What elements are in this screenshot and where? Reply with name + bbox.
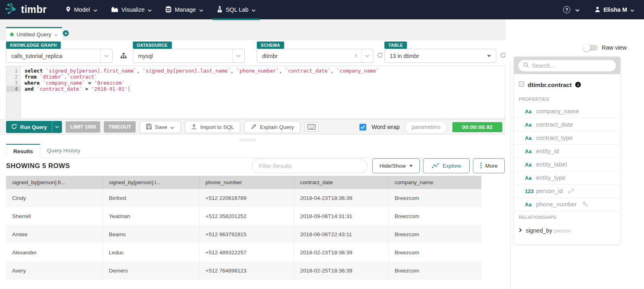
explain-query-button[interactable]: Explain Query: [244, 121, 300, 133]
timeout-button[interactable]: TIMEOUT: [104, 121, 135, 133]
nav-item-visualize[interactable]: Visualize: [104, 0, 159, 19]
table-cell: +512 963792815: [199, 225, 294, 243]
property-entity-type[interactable]: Aa entity_type: [514, 171, 620, 185]
table-value: 13 in dtimbr: [385, 53, 487, 59]
sql-editor[interactable]: 1 2 3 4 select `signed_by[person].first_…: [6, 66, 505, 119]
brand-name: timbr: [21, 4, 47, 15]
table-cell: Sherrell: [6, 207, 103, 225]
chevron-down-icon[interactable]: [361, 49, 373, 62]
filter-results-input[interactable]: [252, 158, 367, 173]
word-wrap-checkbox[interactable]: [359, 124, 366, 131]
chevron-down-icon[interactable]: [575, 6, 580, 13]
nav-item-label: Visualize: [122, 6, 145, 13]
line-number: 1: [6, 68, 21, 74]
string-type-icon: Aa: [525, 162, 536, 168]
nav-item-manage[interactable]: Manage: [159, 0, 210, 19]
property-person-id[interactable]: 123 person_id: [514, 185, 620, 198]
table-row: Alexander Leduc +512 489322257 2018-02-2…: [6, 243, 481, 262]
query-tab[interactable]: Untitled Query: [6, 27, 62, 40]
save-button[interactable]: Save: [140, 121, 181, 133]
column-header[interactable]: phone_number: [199, 176, 294, 189]
upload-icon: [191, 124, 197, 131]
clear-icon[interactable]: ×: [351, 52, 361, 60]
help-icon[interactable]: ?: [563, 6, 570, 13]
property-phone-number[interactable]: Aa phone_number: [514, 198, 620, 211]
run-query-button[interactable]: Run Query: [6, 121, 62, 133]
line-number: 3: [6, 80, 21, 86]
column-header[interactable]: signed_by[person].l...: [103, 176, 199, 189]
chevron-down-icon: [170, 124, 174, 130]
table-select[interactable]: 13 in dtimbr: [384, 49, 496, 63]
hide-show-button[interactable]: Hide/Show: [372, 158, 420, 173]
chevron-right-icon[interactable]: [519, 227, 522, 234]
knowledge-graph-select[interactable]: calls_tutorial_replica: [6, 49, 113, 63]
table-cell: 2018-02-23T18:36:39: [294, 243, 388, 262]
entity-name: dtimbr.contract: [528, 81, 572, 88]
nav-item-model[interactable]: Model: [59, 0, 104, 19]
run-query-dropdown[interactable]: [52, 121, 62, 133]
code-line-4: and `contract_date` > '2018-01-01': [25, 86, 379, 92]
results-tabbar: Results Query History: [6, 143, 506, 158]
more-button[interactable]: More: [473, 158, 505, 173]
refresh-table-icon[interactable]: [500, 52, 506, 60]
keyboard-shortcuts-button[interactable]: [304, 122, 319, 132]
table-cell: Breezcom: [388, 207, 481, 225]
panel-divider[interactable]: [510, 61, 511, 289]
map-pin-icon: [66, 6, 71, 14]
limit-button[interactable]: LIMIT 1000: [66, 121, 100, 133]
datasource-select[interactable]: mysql: [133, 49, 245, 63]
chevron-down-icon[interactable]: [100, 49, 112, 62]
nav-item-label: SQL Lab: [226, 6, 249, 13]
table-cell: 2018-06-06T22:43:11: [294, 225, 388, 243]
parameters-button[interactable]: parameters: [405, 121, 447, 133]
column-header[interactable]: signed_by[person].fi...: [6, 176, 103, 189]
query-tab-label: Untitled Query: [17, 31, 51, 37]
link-icon: [568, 188, 574, 194]
new-tab-button[interactable]: +: [63, 30, 69, 36]
user-menu[interactable]: Elisha M: [595, 6, 634, 13]
refresh-schema-icon[interactable]: [377, 52, 383, 60]
table-cell: Amiee: [6, 225, 103, 243]
table-cell: Binford: [103, 189, 199, 207]
nav-item-sql-lab[interactable]: SQL Lab: [210, 0, 263, 19]
import-to-sql-button[interactable]: Import to SQL: [185, 121, 240, 133]
column-header[interactable]: company_name: [388, 176, 481, 189]
caret-down-icon: [487, 55, 491, 57]
ontology-sitemap-icon[interactable]: [120, 52, 127, 60]
table-cell: Beams: [103, 225, 199, 243]
raw-view-toggle[interactable]: [583, 45, 598, 51]
text-cursor: [129, 86, 130, 91]
editor-code[interactable]: select `signed_by[person].first_name`, `…: [21, 66, 379, 119]
property-company-name[interactable]: Aa company_name: [514, 105, 620, 118]
schema-badge: SCHEMA: [257, 42, 284, 49]
explore-button[interactable]: Explore: [423, 158, 470, 173]
timbr-network-icon: [5, 2, 19, 17]
search-input[interactable]: [532, 62, 611, 69]
table-cell: 2018-04-23T18:36:39: [294, 189, 388, 207]
resize-handle[interactable]: [240, 138, 256, 141]
code-line-3: where `company_name` = 'Breezcom': [25, 80, 379, 86]
row-count-label: SHOWING 5 ROWS: [6, 162, 70, 170]
chevron-down-icon[interactable]: [54, 31, 58, 38]
column-header[interactable]: contract_date: [294, 176, 388, 189]
property-contract-date[interactable]: Aa contract_date: [514, 118, 620, 131]
property-entity-label[interactable]: Aa entity_label: [514, 158, 620, 171]
property-entity-id[interactable]: Aa entity_id: [514, 145, 620, 158]
chevron-down-icon[interactable]: [232, 49, 244, 62]
brand-logo[interactable]: timbr: [0, 2, 53, 17]
info-icon[interactable]: i: [575, 82, 581, 87]
string-type-icon: Aa: [525, 202, 536, 208]
table-cell: Yeatman: [103, 207, 199, 225]
save-label: Save: [155, 124, 167, 130]
tab-query-history[interactable]: Query History: [40, 143, 87, 158]
entity-dtimbr-contract[interactable]: dtimbr.contract i: [514, 74, 620, 93]
schema-select[interactable]: dtimbr ×: [257, 49, 374, 63]
search-box[interactable]: [518, 60, 616, 71]
knowledge-graph-badge: KNOWLEDGE GRAPH: [6, 42, 61, 49]
string-type-icon: Aa: [525, 135, 536, 141]
word-wrap-label: Word wrap: [372, 124, 400, 130]
property-contract-type[interactable]: Aa contract_type: [514, 131, 620, 145]
relationship-signed-by[interactable]: signed_by person: [514, 223, 620, 238]
collapse-minus-icon[interactable]: [519, 81, 524, 88]
tab-results[interactable]: Results: [6, 144, 40, 158]
